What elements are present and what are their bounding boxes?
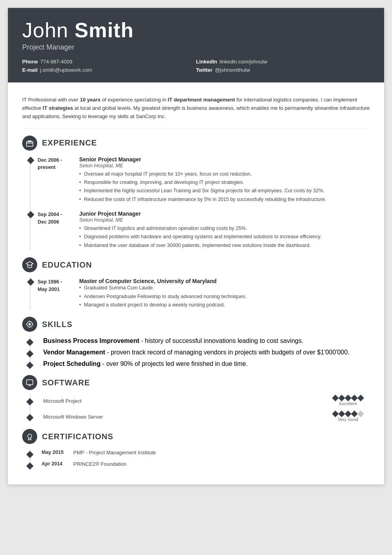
phone-value: 774-987-4009 [40,59,72,65]
software-icon [22,375,37,390]
skill-name-3: Project Scheduling [43,360,101,367]
sw-name-2: Microsoft Windows Server [34,414,326,420]
svg-point-4 [29,323,31,325]
cert-date-2: Apr 2014 [34,461,73,467]
software-row-2: Microsoft Windows Server Very Good [30,411,370,422]
experience-title: EXPERIENCE [42,138,97,147]
sw-label-2: Very Good [338,417,358,422]
sw-dot-1-3 [345,395,352,402]
linkedin-label: LinkedIn [196,59,217,65]
edu-bullet-1-1: Graduated Summa Cum Laude. [79,284,370,292]
sw-dots-1 [333,396,363,400]
email-value: j.smith@uptowork.com [40,67,92,73]
sw-dot-2-2 [339,411,345,417]
edu-bullet-1-3: Managed a student project to develop a w… [79,301,370,309]
exp-job-1: Senior Project Manager [79,156,370,163]
education-icon [22,257,37,272]
contact-info: Phone774-987-4009 LinkedInlinkedin.com/j… [22,59,370,73]
experience-section: EXPERIENCE Dec 2006 -present Senior Proj… [22,136,370,251]
linkedin-value: linkedin.com/johnutw [219,59,267,65]
skills-content: Business Process Improvement - history o… [30,337,370,368]
exp-date-1: Dec 2006 -present [34,156,75,205]
sw-dot-2-1 [332,411,339,417]
exp-bullet-1-4: Reduced the costs of IT infrastructure m… [79,196,370,203]
skills-title: SKILLS [42,320,72,329]
skills-header: SKILLS [22,317,370,332]
full-name: John Smith [22,19,370,42]
sw-dot-2-4 [351,411,358,417]
cert-bullet-2 [27,461,34,469]
education-title: EDUCATION [42,260,92,270]
exp-bullet-1-3: Implemented the highly successful Lean T… [79,187,370,195]
phone-label: Phone [22,59,38,65]
twitter-item: Twitter@johnsmithutw [196,67,370,73]
software-section: SOFTWARE Microsoft Project Excel [22,375,370,422]
sw-dot-1-4 [351,395,358,402]
certifications-title: CERTIFICATIONS [42,432,113,441]
skill-row-1: Business Process Improvement - history o… [30,337,370,345]
exp-date-2: Sep 2004 -Dec 2006 [34,211,75,250]
svg-rect-10 [27,380,33,385]
cert-desc-1: PMP - Project Management Institute [73,450,370,455]
skill-name-2: Vendor Management [43,349,105,356]
edu-content-1: Master of Computer Science, University o… [75,278,370,310]
last-name: Smith [74,19,133,42]
edu-bullet-1-2: Andersen Postgraduate Fellowship to stud… [79,293,370,300]
certifications-section: CERTIFICATIONS May 2015 PMP - Project Ma… [22,429,370,469]
exp-bullet-2-2: Diagnosed problems with hardware and ope… [79,233,370,241]
experience-entry-2: Sep 2004 -Dec 2006 Junior Project Manage… [30,211,370,250]
sw-name-1: Microsoft Project [34,398,326,404]
exp-bullet-2-1: Streamlined IT logistics and administrat… [79,225,370,232]
software-title: SOFTWARE [42,378,90,387]
cert-date-1: May 2015 [34,450,73,455]
skill-text-3: Project Scheduling - over 90% of project… [34,360,370,367]
email-label: E-mail [22,67,38,73]
exp-company-2: Seton Hospital, ME [79,217,370,223]
experience-content: Dec 2006 -present Senior Project Manager… [30,156,370,251]
cert-desc-2: PRINCE2® Foundation [73,461,370,467]
svg-rect-0 [27,142,33,146]
exp-bullet-1-2: Responsible for creating, improving, and… [79,179,370,186]
skill-bullet-2 [27,349,34,356]
education-section: EDUCATION Sep 1996 -May 2001 Master of C… [22,257,370,310]
linkedin-item: LinkedInlinkedin.com/johnutw [196,59,370,65]
email-item: E-mailj.smith@uptowork.com [22,67,196,73]
twitter-label: Twitter [196,67,213,73]
summary-section: IT Professional with over 10 years of ex… [22,90,370,128]
skill-row-3: Project Scheduling - over 90% of project… [30,360,370,368]
exp-content-2: Junior Project Manager Seton Hospital, M… [75,211,370,250]
skill-desc-1: - history of successful innovations lead… [139,337,303,344]
sw-dot-1-5 [358,395,364,402]
exp-bullets-2: Streamlined IT logistics and administrat… [79,225,370,249]
exp-bullets-1: Oversaw all major hospital IT projects f… [79,170,370,204]
certifications-header: CERTIFICATIONS [22,429,370,444]
certifications-content: May 2015 PMP - Project Management Instit… [30,450,370,469]
skill-text-1: Business Process Improvement - history o… [34,337,370,344]
education-header: EDUCATION [22,257,370,272]
software-content: Microsoft Project Excellent [30,396,370,422]
first-name: John [22,19,74,42]
sw-rating-2: Very Good [326,411,370,422]
skill-bullet-3 [27,360,34,368]
sw-rating-1: Excellent [326,396,370,406]
certifications-icon [22,429,37,444]
edu-bullet-1 [27,278,34,310]
sw-dot-2-3 [345,411,352,417]
resume-container: John Smith Project Manager Phone774-987-… [8,8,384,484]
skills-icon [22,317,37,332]
skill-row-2: Vendor Management - proven track record … [30,349,370,356]
exp-company-1: Seton Hospital, ME [79,163,370,168]
edu-date-1: Sep 1996 -May 2001 [34,278,75,310]
experience-icon [22,136,37,151]
education-entry-1: Sep 1996 -May 2001 Master of Computer Sc… [30,278,370,310]
bullet-2 [27,211,34,250]
cert-bullet-1 [27,450,34,457]
bullet-1 [27,156,34,205]
skill-name-1: Business Process Improvement [43,337,139,344]
skill-text-2: Vendor Management - proven track record … [34,349,370,356]
edu-degree-1: Master of Computer Science, University o… [79,278,370,284]
phone-item: Phone774-987-4009 [22,59,196,65]
twitter-value: @johnsmithutw [215,67,250,73]
sw-dot-2-5 [358,411,364,417]
exp-job-2: Junior Project Manager [79,211,370,217]
